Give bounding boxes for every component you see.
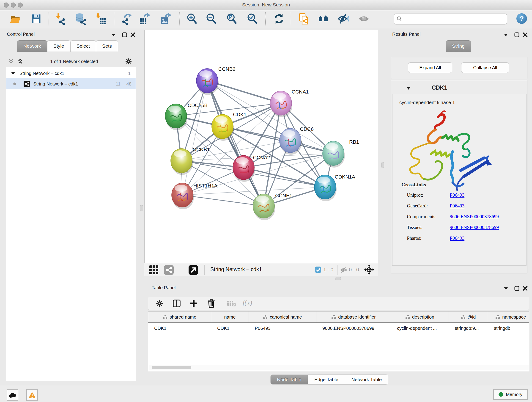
crosslink-link[interactable]: 9606.ENSP00000378699	[450, 214, 499, 220]
collapse-all-tree-icon[interactable]	[8, 58, 14, 64]
tab-network-table[interactable]: Network Table	[345, 375, 388, 384]
tab-select[interactable]: Select	[70, 40, 96, 52]
table-settings-gear-icon[interactable]	[156, 300, 163, 307]
zoom-in-icon[interactable]	[186, 13, 198, 25]
cloud-button[interactable]	[7, 389, 18, 401]
table-cell[interactable]: 9606.ENSP00000378699	[317, 326, 391, 331]
network-node-CDC25B[interactable]	[165, 104, 187, 130]
column-header-name[interactable]: name	[211, 312, 249, 322]
help-button[interactable]: ?	[516, 13, 527, 24]
node-label-CCNB1: CCNB1	[193, 147, 210, 153]
network-options-gear-icon[interactable]	[125, 58, 132, 65]
tab-node-table[interactable]: Node Table	[271, 375, 308, 384]
panel-float-icon[interactable]	[514, 286, 520, 291]
open-session-icon[interactable]	[9, 13, 21, 25]
network-node-CDK1[interactable]	[212, 114, 234, 141]
refresh-icon[interactable]	[273, 13, 285, 25]
zoom-out-icon[interactable]	[205, 13, 217, 25]
column-header-namespace[interactable]: namespace	[488, 312, 532, 322]
caret-down-icon[interactable]	[11, 71, 15, 75]
search-input[interactable]	[405, 16, 507, 22]
hide-selected-eye-icon[interactable]	[337, 13, 349, 25]
panel-float-icon[interactable]	[514, 32, 520, 38]
splitter-handle[interactable]	[335, 277, 341, 280]
table-cell[interactable]: cyclin-dependent ...	[391, 326, 449, 331]
export-image-icon[interactable]	[160, 13, 172, 25]
panel-float-icon[interactable]	[122, 32, 127, 38]
column-header-database-identifier[interactable]: database identifier	[317, 312, 391, 322]
network-node-CCNB2[interactable]	[196, 69, 219, 95]
selected-checkbox-icon[interactable]	[315, 267, 321, 273]
section-caret-icon[interactable]	[406, 86, 411, 90]
expand-all-tree-icon[interactable]	[17, 58, 23, 64]
delete-column-trash-icon[interactable]	[207, 299, 215, 308]
network-node-HIST1H1A[interactable]	[172, 183, 194, 209]
import-table-icon[interactable]	[94, 13, 106, 25]
network-node-RB1[interactable]	[323, 141, 345, 167]
export-table-icon[interactable]	[139, 13, 151, 25]
import-network-database-icon[interactable]	[75, 13, 87, 25]
show-columns-icon[interactable]	[172, 299, 181, 307]
protein-detail-card: cyclin-dependent kinase 1	[392, 94, 526, 266]
scrollbar-thumb[interactable]	[152, 366, 191, 369]
column-header-description[interactable]: description	[391, 312, 449, 322]
tab-sets[interactable]: Sets	[96, 40, 118, 52]
save-session-icon[interactable]	[30, 13, 42, 25]
home-icon[interactable]	[317, 13, 329, 25]
zoom-selected-icon[interactable]	[246, 13, 258, 25]
clone-network-icon[interactable]	[298, 13, 310, 25]
collapse-all-button[interactable]: Collapse All	[461, 62, 509, 73]
panel-close-icon[interactable]	[130, 32, 136, 38]
network-node-CCNE1[interactable]	[253, 194, 275, 220]
horizontal-scrollbar[interactable]	[149, 365, 529, 370]
table-cell[interactable]: CDK1	[211, 326, 249, 331]
import-network-file-icon[interactable]	[54, 13, 66, 25]
expand-all-button[interactable]: Expand All	[408, 62, 452, 73]
network-badge-gray-icon[interactable]	[164, 265, 174, 275]
tab-network[interactable]: Network	[17, 40, 47, 52]
network-canvas[interactable]: CCNB2CCNA1CDC25BCDK1CDC6RB1CCNB1CCNA2CDK…	[144, 30, 378, 263]
panel-menu-caret-icon[interactable]	[111, 32, 116, 37]
column-header-@id[interactable]: @id	[449, 312, 488, 322]
open-in-window-icon[interactable]	[189, 265, 198, 275]
table-cell[interactable]: stringdb	[488, 326, 532, 331]
birdseye-grid-icon[interactable]	[149, 265, 159, 275]
crosslink-link[interactable]: P06493	[450, 235, 464, 241]
crosslink-link[interactable]: P06493	[450, 203, 464, 209]
panel-close-icon[interactable]	[522, 286, 528, 291]
tab-style[interactable]: Style	[47, 40, 70, 52]
warning-button[interactable]	[26, 389, 38, 401]
tab-string[interactable]: String	[446, 40, 471, 52]
panel-menu-caret-icon[interactable]	[503, 32, 509, 37]
panel-menu-caret-icon[interactable]	[503, 286, 509, 291]
network-row-selected[interactable]: String Network – cdk1 11 48	[6, 78, 136, 89]
node-table[interactable]: shared namenamecanonical namedatabase id…	[148, 311, 529, 371]
table-cell[interactable]: P06493	[249, 326, 317, 331]
crosslink-link[interactable]: P06493	[450, 192, 464, 198]
column-header-shared-name[interactable]: shared name	[148, 312, 211, 322]
memory-button[interactable]: Memory	[493, 389, 528, 400]
table-row[interactable]: CDK1CDK1P064939606.ENSP00000378699cyclin…	[148, 323, 529, 333]
search-box[interactable]	[394, 13, 507, 25]
hidden-eye-icon[interactable]	[340, 267, 348, 273]
tab-edge-table[interactable]: Edge Table	[308, 375, 345, 384]
network-node-CDC6[interactable]	[279, 128, 302, 155]
network-collection-row[interactable]: String Network – cdk1 1	[6, 68, 136, 78]
zoom-fit-icon[interactable]	[226, 13, 238, 25]
network-node-CDKN1A[interactable]	[314, 175, 336, 201]
network-node-CCNB1[interactable]	[171, 148, 193, 175]
panel-close-icon[interactable]	[522, 32, 528, 38]
export-network-icon[interactable]	[121, 13, 133, 25]
splitter-handle[interactable]	[381, 162, 384, 168]
node-label-RB1: RB1	[349, 139, 359, 145]
splitter-handle[interactable]	[140, 205, 143, 211]
network-node-CCNA1[interactable]	[270, 91, 292, 117]
table-cell[interactable]: stringdb:9...	[449, 326, 488, 331]
table-cell[interactable]: CDK1	[148, 326, 211, 331]
section-title[interactable]: CDK1	[432, 84, 447, 91]
fit-content-crosshair-icon[interactable]	[364, 264, 374, 275]
add-column-icon[interactable]	[190, 299, 198, 307]
crosslink-link[interactable]: 9606.ENSP00000378699	[450, 225, 499, 230]
column-header-canonical-name[interactable]: canonical name	[249, 312, 317, 322]
control-panel-title: Control Panel	[7, 32, 35, 37]
